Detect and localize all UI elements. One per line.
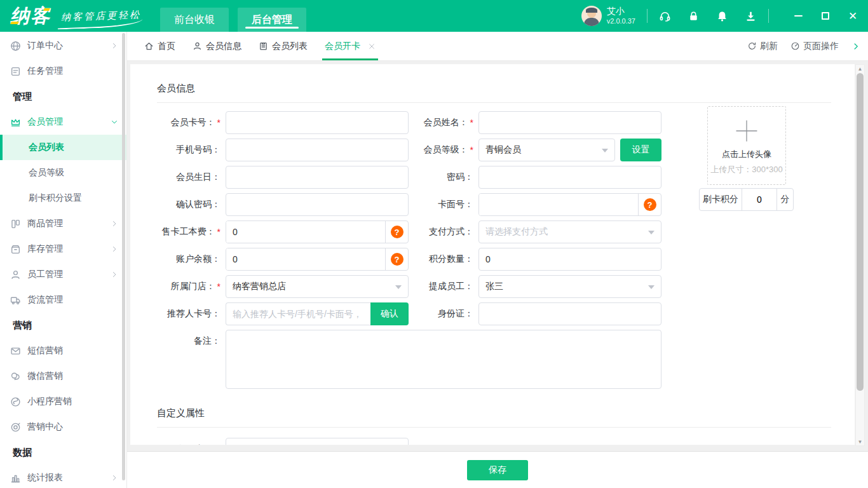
avatar-upload-box[interactable]: 点击上传头像 上传尺寸：300*300 [707, 106, 786, 185]
close-icon[interactable] [368, 43, 376, 50]
maximize-button[interactable] [820, 11, 831, 21]
card-fee-input[interactable] [226, 221, 385, 243]
content-scrollbar[interactable]: ▲ ▼ [855, 64, 865, 446]
referrer-input[interactable] [226, 302, 370, 325]
confirm-password-input[interactable] [226, 193, 409, 216]
scrollbar-thumb[interactable] [857, 73, 864, 391]
sidebar-item-miniprogram-marketing[interactable]: 小程序营销 [0, 389, 126, 414]
sidebar-subitem-member-level[interactable]: 会员等级 [0, 160, 126, 186]
swipe-points-input[interactable] [742, 188, 777, 211]
swipe-points-group: 刷卡积分 分 [699, 188, 794, 211]
sidebar-item-task-management[interactable]: 任务管理 [0, 58, 126, 84]
sidebar-subitem-member-list[interactable]: 会员列表 [0, 135, 126, 160]
help-question-icon: ? [391, 226, 403, 238]
custom-attr-input[interactable] [226, 438, 409, 445]
brand-tagline: 纳客管店更轻松 [61, 8, 142, 23]
commission-staff-select[interactable]: 张三 [478, 275, 661, 298]
sidebar-item-member-management[interactable]: 会员管理 [0, 109, 126, 135]
member-level-label: 会员等级：* [414, 139, 473, 161]
sidebar-scrollbar[interactable] [122, 33, 125, 480]
scroll-down-arrow-icon[interactable]: ▼ [856, 438, 864, 445]
minimize-button[interactable] [793, 11, 803, 21]
password-label: 密码： [414, 166, 473, 189]
wechat-icon [10, 371, 21, 382]
scroll-up-arrow-icon[interactable]: ▲ [856, 65, 864, 72]
store-select[interactable]: 纳客营销总店 [226, 275, 409, 298]
birthday-input[interactable] [226, 166, 409, 189]
sidebar-section-marketing: 营销 [0, 313, 126, 338]
gauge-icon [790, 41, 800, 51]
nav-tab-front-cashier[interactable]: 前台收银 [160, 8, 229, 32]
brand-logo: 纳客 纳客管店更轻松 [0, 0, 141, 32]
section-title-member-info: 会员信息 [157, 83, 831, 95]
logo-text: 纳客 [10, 6, 51, 25]
avatar-upload-title: 点击上传头像 [722, 149, 771, 160]
sidebar-item-wechat-marketing[interactable]: 微信营销 [0, 363, 126, 389]
caret-down-icon [648, 231, 654, 238]
card-fee-help[interactable]: ? [385, 221, 408, 243]
card-face-help[interactable]: ? [638, 194, 661, 215]
app-version: v2.0.0.37 [607, 17, 635, 26]
member-name-input[interactable] [478, 111, 661, 134]
balance-help[interactable]: ? [385, 248, 408, 270]
chevron-right-icon [111, 42, 118, 50]
download-icon[interactable] [745, 10, 757, 22]
remark-textarea[interactable] [226, 330, 661, 389]
sidebar-item-staff-management[interactable]: 员工管理 [0, 262, 126, 287]
swipe-points-label: 刷卡积分 [699, 188, 742, 211]
sidebar-item-statistics-report[interactable]: 统计报表 [0, 465, 126, 488]
sidebar-item-sms-marketing[interactable]: 短信营销 [0, 338, 126, 363]
points-qty-input[interactable] [478, 248, 661, 271]
close-window-button[interactable]: ✕ [848, 11, 858, 21]
nav-tab-backstage[interactable]: 后台管理 [238, 8, 306, 32]
sidebar-item-marketing-center[interactable]: 营销中心 [0, 414, 126, 440]
main-area: 首页 会员信息 会员列表 会员开卡 刷新 [127, 32, 868, 488]
tab-actions: 刷新 页面操作 [747, 41, 868, 52]
level-settings-button[interactable]: 设置 [620, 139, 661, 161]
caret-down-icon [602, 149, 608, 156]
sidebar-item-inventory-management[interactable]: 库存管理 [0, 236, 126, 262]
sidebar-item-logistics-management[interactable]: 货流管理 [0, 287, 126, 313]
refresh-button[interactable]: 刷新 [747, 41, 778, 52]
tab-member-list[interactable]: 会员列表 [259, 32, 308, 60]
sidebar-item-goods-management[interactable]: 商品管理 [0, 211, 126, 236]
pay-method-select[interactable]: 请选择支付方式 [478, 220, 661, 243]
tab-home[interactable]: 首页 [144, 32, 175, 60]
app-window: 纳客 纳客管店更轻松 前台收银 后台管理 艾小 v2.0.0.37 [0, 0, 868, 488]
sidebar-subitem-swipe-points-settings[interactable]: 刷卡积分设置 [0, 186, 126, 211]
page-operations-button[interactable]: 页面操作 [790, 41, 839, 52]
notification-bell-icon[interactable] [716, 10, 728, 22]
user-meta[interactable]: 艾小 v2.0.0.37 [607, 6, 635, 25]
sidebar-item-order-center[interactable]: 订单中心 [0, 33, 126, 58]
support-headset-icon[interactable] [659, 10, 671, 22]
crown-icon [10, 117, 21, 128]
chevron-right-icon[interactable] [851, 42, 860, 51]
referrer-row: 确认 [226, 302, 409, 325]
target-icon [10, 422, 21, 433]
lock-icon[interactable] [688, 10, 700, 22]
phone-input[interactable] [226, 139, 409, 161]
referrer-label: 推荐人卡号： [157, 302, 220, 325]
referrer-confirm-button[interactable]: 确认 [370, 302, 409, 325]
section-divider [157, 102, 831, 103]
tab-member-card-open[interactable]: 会员开卡 [325, 32, 376, 60]
member-level-select[interactable]: 青铜会员 [478, 139, 615, 161]
tab-member-info[interactable]: 会员信息 [193, 32, 241, 60]
phone-label: 手机号码： [157, 139, 220, 161]
user-icon [10, 269, 21, 280]
user-name: 艾小 [607, 6, 635, 17]
logo-accent-mark [10, 22, 19, 24]
window-controls: ✕ [793, 11, 858, 21]
avatar-upload-size-hint: 上传尺寸：300*300 [710, 164, 782, 175]
sidebar-section-data: 数据 [0, 440, 126, 465]
chevron-right-icon [111, 474, 118, 482]
password-input[interactable] [478, 166, 661, 189]
id-card-input[interactable] [478, 302, 661, 325]
save-button[interactable]: 保存 [467, 460, 528, 480]
card-face-no-input[interactable] [479, 194, 638, 215]
balance-group: ? [226, 248, 409, 271]
balance-input[interactable] [226, 248, 385, 270]
user-avatar[interactable] [581, 6, 602, 26]
card-fee-group: ? [226, 220, 409, 243]
member-card-no-input[interactable] [226, 111, 409, 134]
